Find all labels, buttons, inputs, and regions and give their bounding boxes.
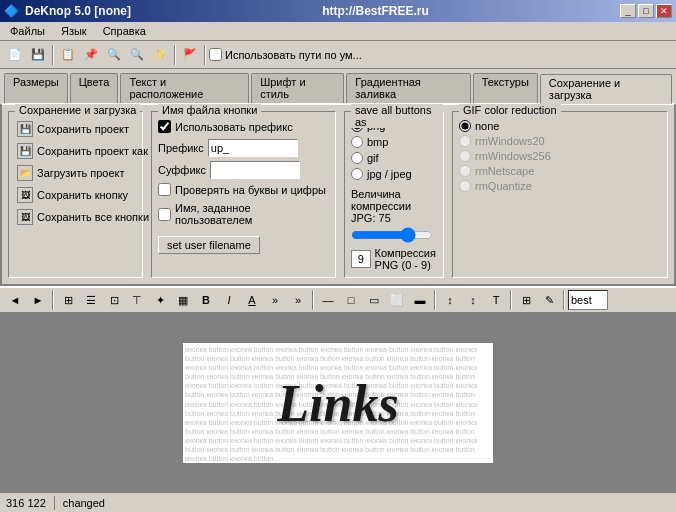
tool-rect2[interactable]: ▭ <box>363 289 385 311</box>
tool-pencil[interactable]: ✎ <box>538 289 560 311</box>
set-user-filename-button[interactable]: set user filename <box>158 236 260 254</box>
save-gif-radio[interactable] <box>351 152 363 164</box>
save-load-panel: Сохранение и загрузка 💾 Сохранить проект… <box>8 111 143 278</box>
save-project-icon: 💾 <box>17 121 33 137</box>
tool-zoom-in[interactable]: 🔍 <box>103 44 125 66</box>
use-prefix-row: Использовать префикс <box>158 120 329 133</box>
save-jpg-label: jpg / jpeg <box>367 168 412 180</box>
tool-up-down2[interactable]: ↕ <box>462 289 484 311</box>
menu-help[interactable]: Справка <box>97 24 152 38</box>
canvas-links-text: Links <box>277 374 398 433</box>
tool-zoom-out[interactable]: 🔍 <box>126 44 148 66</box>
compression-section: Величина компрессии JPG: 75 9 Компрессия… <box>351 188 437 271</box>
tool-rect1[interactable]: □ <box>340 289 362 311</box>
prefix-row: Префикс <box>158 139 329 157</box>
tab-text[interactable]: Текст и расположение <box>120 73 249 103</box>
check-alphanum-checkbox[interactable] <box>158 183 171 196</box>
menu-language[interactable]: Язык <box>55 24 93 38</box>
close-button[interactable]: ✕ <box>656 4 672 18</box>
filename-panel: Имя файла кнопки Использовать префикс Пр… <box>151 111 336 278</box>
tool-bold[interactable]: B <box>195 289 217 311</box>
bottom-toolbar: ◄ ► ⊞ ☰ ⊡ ⊤ ✦ ▦ B I A » » — □ ▭ ⬜ ▬ ↕ ↕ … <box>0 286 676 314</box>
tab-save-load[interactable]: Сохранение и загрузка <box>540 74 672 104</box>
save-bmp-radio[interactable] <box>351 136 363 148</box>
tab-font[interactable]: Шрифт и стиль <box>251 73 344 103</box>
gif-win20-radio[interactable] <box>459 135 471 147</box>
tool-grid[interactable]: ⊞ <box>57 289 79 311</box>
prefix-label: Префикс <box>158 142 204 154</box>
tool-flag[interactable]: 🚩 <box>179 44 201 66</box>
tab-gradient[interactable]: Градиентная заливка <box>346 73 470 103</box>
use-path-label: Использовать пути по ум... <box>225 49 362 61</box>
tool-align[interactable]: ☰ <box>80 289 102 311</box>
png-compression-label: Компрессия PNG (0 - 9) <box>375 247 437 271</box>
tool-magic[interactable]: ✨ <box>149 44 171 66</box>
main-toolbar: 📄 💾 📋 📌 🔍 🔍 ✨ 🚩 Использовать пути по ум.… <box>0 41 676 69</box>
gif-none-label: none <box>475 120 499 132</box>
tab-textures[interactable]: Текстуры <box>473 73 538 103</box>
gif-panel-title: GIF color reduction <box>459 104 561 116</box>
user-filename-row: Имя, заданное пользователем <box>158 202 329 226</box>
gif-quantize-row: rmQuantize <box>459 180 661 192</box>
suffix-input[interactable] <box>210 161 300 179</box>
maximize-button[interactable]: □ <box>638 4 654 18</box>
tool-italic[interactable]: I <box>218 289 240 311</box>
tool-text-a[interactable]: A <box>241 289 263 311</box>
user-filename-checkbox[interactable] <box>158 208 171 221</box>
tool-save-arrow[interactable]: 💾 <box>27 44 49 66</box>
gif-none-radio[interactable] <box>459 120 471 132</box>
tool-new[interactable]: 📄 <box>4 44 26 66</box>
check-alphanum-label: Проверять на буквы и цифры <box>175 184 326 196</box>
gif-netscape-radio[interactable] <box>459 165 471 177</box>
save-button-btn[interactable]: 🖼 Сохранить кнопку <box>15 186 136 204</box>
canvas-area: кнопка button кнопка button кнопка butto… <box>0 314 676 492</box>
tool-special1[interactable]: ⊞ <box>515 289 537 311</box>
suffix-label: Суффикс <box>158 164 206 176</box>
tool-center[interactable]: ⊡ <box>103 289 125 311</box>
save-bmp-row: bmp <box>351 136 437 148</box>
tool-line[interactable]: — <box>317 289 339 311</box>
tab-content: Сохранение и загрузка 💾 Сохранить проект… <box>0 103 676 286</box>
menu-bar: Файлы Язык Справка <box>0 22 676 41</box>
tool-distribute[interactable]: ⊤ <box>126 289 148 311</box>
url-display: http://BestFREE.ru <box>322 4 429 18</box>
prefix-input[interactable] <box>208 139 298 157</box>
tool-cross[interactable]: ✦ <box>149 289 171 311</box>
tool-forward2[interactable]: » <box>287 289 309 311</box>
tool-rect4[interactable]: ▬ <box>409 289 431 311</box>
app-icon: 🔷 <box>4 4 19 18</box>
use-prefix-label: Использовать префикс <box>175 121 293 133</box>
save-all-buttons-btn[interactable]: 🖼 Сохранить все кнопки <box>15 208 136 226</box>
tabs-container: Размеры Цвета Текст и расположение Шрифт… <box>0 69 676 103</box>
tool-rect3[interactable]: ⬜ <box>386 289 408 311</box>
save-gif-label: gif <box>367 152 379 164</box>
use-prefix-checkbox[interactable] <box>158 120 171 133</box>
save-jpg-radio[interactable] <box>351 168 363 180</box>
gif-quantize-radio[interactable] <box>459 180 471 192</box>
tool-forward1[interactable]: » <box>264 289 286 311</box>
minimize-button[interactable]: _ <box>620 4 636 18</box>
png-spinner[interactable]: 9 <box>351 250 371 268</box>
tool-text-t[interactable]: T <box>485 289 507 311</box>
save-project-as-btn[interactable]: 💾 Сохранить проект как <box>15 142 136 160</box>
gif-win256-radio[interactable] <box>459 150 471 162</box>
best-input[interactable] <box>568 290 608 310</box>
tool-arrow-right[interactable]: ► <box>27 289 49 311</box>
tool-arrow-left[interactable]: ◄ <box>4 289 26 311</box>
title-bar: 🔷 DeKnop 5.0 [none] http://BestFREE.ru _… <box>0 0 676 22</box>
status-bar: 316 122 changed <box>0 492 676 512</box>
tool-up-down[interactable]: ↕ <box>439 289 461 311</box>
save-project-btn[interactable]: 💾 Сохранить проект <box>15 120 136 138</box>
tool-paste[interactable]: 📌 <box>80 44 102 66</box>
gif-netscape-label: rmNetscape <box>475 165 534 177</box>
jpg-slider[interactable] <box>351 227 433 243</box>
load-project-btn[interactable]: 📂 Загрузить проект <box>15 164 136 182</box>
menu-files[interactable]: Файлы <box>4 24 51 38</box>
save-all-icon: 🖼 <box>17 209 33 225</box>
use-path-checkbox[interactable] <box>209 48 222 61</box>
tab-sizes[interactable]: Размеры <box>4 73 68 103</box>
tool-copy[interactable]: 📋 <box>57 44 79 66</box>
coords-display: 316 122 <box>6 497 46 509</box>
tool-bars[interactable]: ▦ <box>172 289 194 311</box>
tab-colors[interactable]: Цвета <box>70 73 119 103</box>
